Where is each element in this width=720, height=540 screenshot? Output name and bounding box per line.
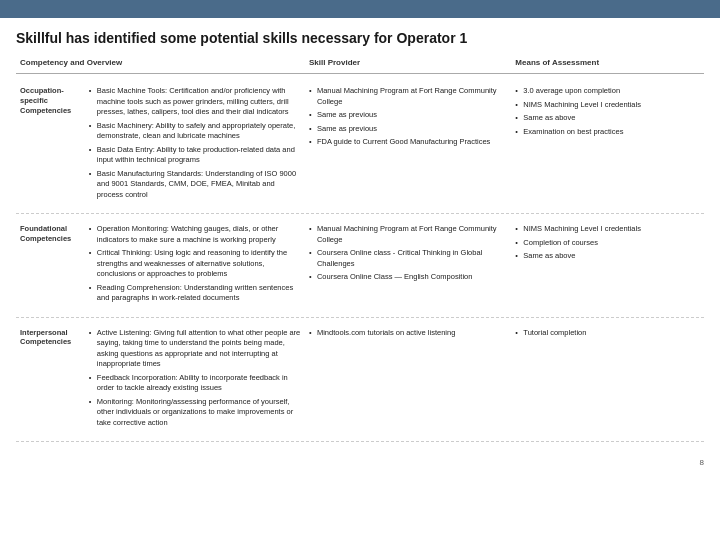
list-item: Reading Comprehension: Understanding wri… xyxy=(89,283,301,304)
list-item: Manual Machining Program at Fort Range C… xyxy=(309,224,507,245)
list-item: NIMS Machining Level I credentials xyxy=(515,100,700,111)
list-item: Manual Machining Program at Fort Range C… xyxy=(309,86,507,107)
foundational-skill-list: Manual Machining Program at Fort Range C… xyxy=(309,224,507,283)
table-header: Competency and Overview Skill Provider M… xyxy=(16,56,704,74)
interpersonal-comp-list: Active Listening: Giving full attention … xyxy=(89,328,301,429)
foundational-means-list: NIMS Machining Level I credentials Compl… xyxy=(515,224,700,262)
list-item: Active Listening: Giving full attention … xyxy=(89,328,301,370)
list-item: 3.0 average upon completion xyxy=(515,86,700,97)
list-item: Same as previous xyxy=(309,110,507,121)
occupation-skills: Manual Machining Program at Fort Range C… xyxy=(305,84,511,205)
section-interpersonal: InterpersonalCompetencies Active Listeni… xyxy=(16,318,704,443)
list-item: Mindtools.com tutorials on active listen… xyxy=(309,328,507,339)
list-item: NIMS Machining Level I credentials xyxy=(515,224,700,235)
list-item: Coursera Online Class — English Composit… xyxy=(309,272,507,283)
header-means: Means of Assessment xyxy=(511,56,704,69)
list-item: Coursera Online class - Critical Thinkin… xyxy=(309,248,507,269)
list-item: Basic Manufacturing Standards: Understan… xyxy=(89,169,301,201)
occupation-competencies: Basic Machine Tools: Certification and/o… xyxy=(85,84,305,205)
list-item: Operation Monitoring: Watching gauges, d… xyxy=(89,224,301,245)
occupation-means: 3.0 average upon completion NIMS Machini… xyxy=(511,84,704,205)
section-label-interpersonal: InterpersonalCompetencies xyxy=(16,326,85,434)
list-item: Tutorial completion xyxy=(515,328,700,339)
list-item: FDA guide to Current Good Manufacturing … xyxy=(309,137,507,148)
section-occupation: Occupation-specificCompetencies Basic Ma… xyxy=(16,76,704,214)
list-item: Same as above xyxy=(515,113,700,124)
list-item: Completion of courses xyxy=(515,238,700,249)
list-item: Examination on best practices xyxy=(515,127,700,138)
interpersonal-means-list: Tutorial completion xyxy=(515,328,700,339)
page-number: 8 xyxy=(0,454,720,471)
foundational-competencies: Operation Monitoring: Watching gauges, d… xyxy=(85,222,305,309)
occupation-label: Occupation-specificCompetencies xyxy=(20,86,71,115)
list-item: Basic Machinery: Ability to safely and a… xyxy=(89,121,301,142)
list-item: Monitoring: Monitoring/assessing perform… xyxy=(89,397,301,429)
list-item: Same as previous xyxy=(309,124,507,135)
section-label-foundational: FoundationalCompetencies xyxy=(16,222,85,309)
list-item: Basic Data Entry: Ability to take produc… xyxy=(89,145,301,166)
occupation-skill-list: Manual Machining Program at Fort Range C… xyxy=(309,86,507,148)
top-bar xyxy=(0,0,720,18)
section-label-occupation: Occupation-specificCompetencies xyxy=(16,84,85,205)
section-foundational: FoundationalCompetencies Operation Monit… xyxy=(16,214,704,318)
list-item: Feedback Incorporation: Ability to incor… xyxy=(89,373,301,394)
list-item: Critical Thinking: Using logic and reaso… xyxy=(89,248,301,280)
interpersonal-skills: Mindtools.com tutorials on active listen… xyxy=(305,326,511,434)
main-container: Skillful has identified some potential s… xyxy=(0,18,720,454)
interpersonal-means: Tutorial completion xyxy=(511,326,704,434)
list-item: Basic Machine Tools: Certification and/o… xyxy=(89,86,301,118)
interpersonal-label: InterpersonalCompetencies xyxy=(20,328,71,348)
occupation-comp-list: Basic Machine Tools: Certification and/o… xyxy=(89,86,301,200)
list-item: Same as above xyxy=(515,251,700,262)
interpersonal-skill-list: Mindtools.com tutorials on active listen… xyxy=(309,328,507,339)
foundational-label: FoundationalCompetencies xyxy=(20,224,71,244)
interpersonal-competencies: Active Listening: Giving full attention … xyxy=(85,326,305,434)
foundational-skills: Manual Machining Program at Fort Range C… xyxy=(305,222,511,309)
foundational-means: NIMS Machining Level I credentials Compl… xyxy=(511,222,704,309)
header-competency: Competency and Overview xyxy=(16,56,305,69)
header-skill: Skill Provider xyxy=(305,56,511,69)
foundational-comp-list: Operation Monitoring: Watching gauges, d… xyxy=(89,224,301,304)
page-title: Skillful has identified some potential s… xyxy=(16,30,704,46)
occupation-means-list: 3.0 average upon completion NIMS Machini… xyxy=(515,86,700,137)
